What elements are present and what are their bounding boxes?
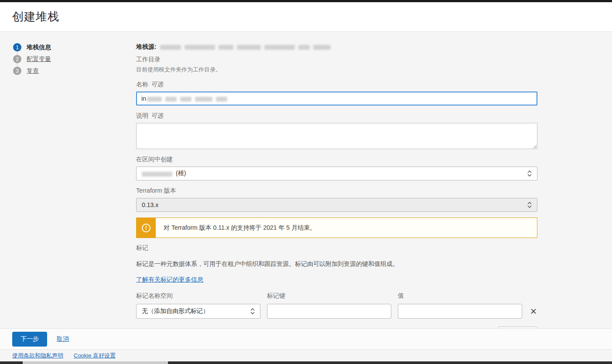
tag-key-column-label: 标记键: [267, 292, 391, 300]
page-title: 创建堆栈: [12, 9, 59, 24]
terraform-version-label-row: Terraform 版本: [136, 187, 537, 195]
compartment-root-suffix: (根): [176, 170, 186, 177]
stack-source-row: 堆栈源:: [136, 43, 537, 51]
tag-row: 无（添加自由形式标记） ✕: [136, 304, 537, 319]
terraform-support-warning-banner: ! 对 Terraform 版本 0.11.x 的支持将于 2021 年 5 月…: [136, 218, 537, 238]
terraform-version-select[interactable]: 0.13.x: [136, 198, 537, 212]
cancel-link[interactable]: 取消: [57, 335, 69, 343]
chevron-up-down-icon: [250, 308, 255, 314]
tag-value-input[interactable]: [398, 304, 522, 319]
stack-info-form: 堆栈源: 工作目录 目前使用根文件夹作为工作目录。 名称可选 in 说明可选 在…: [136, 32, 537, 340]
wizard-stepper: 1 堆栈信息 2 配置变量 3 复查: [13, 41, 51, 77]
next-button[interactable]: 下一步: [12, 332, 47, 347]
remove-tag-icon[interactable]: ✕: [530, 307, 537, 316]
tags-heading: 标记: [136, 244, 148, 251]
tag-column-headers: 标记名称空间 标记键 值: [136, 292, 537, 300]
working-directory-note: 目前使用根文件夹作为工作目录。: [136, 65, 537, 74]
working-directory-row: 工作目录: [136, 55, 537, 64]
warning-iconbox: !: [137, 218, 156, 238]
page-header: 创建堆栈: [0, 2, 612, 32]
name-label-row: 名称可选: [136, 80, 537, 88]
description-textarea[interactable]: [136, 123, 537, 149]
compartment-label-row: 在区间中创建: [136, 155, 537, 163]
compartment-label: 在区间中创建: [136, 156, 173, 163]
stepper-step-configure-variables[interactable]: 2 配置变量: [13, 53, 51, 65]
tag-value-column-label: 值: [398, 292, 522, 300]
window-bottom-edge: [0, 361, 612, 364]
name-optional-hint: 可选: [151, 81, 163, 88]
stepper-step-review[interactable]: 3 复查: [13, 65, 51, 77]
tags-learn-more-link[interactable]: 了解有关标记的更多信息: [136, 276, 203, 283]
description-optional-hint: 可选: [151, 112, 163, 119]
cookie-preferences-link[interactable]: Cookie 喜好设置: [74, 352, 116, 360]
tags-description: 标记是一种元数据体系，可用于在租户中组织和跟踪资源。标记由可以附加到资源的键和值…: [136, 260, 537, 268]
stack-source-label: 堆栈源:: [136, 43, 157, 51]
redacted-stack-source: [160, 43, 334, 51]
redacted-name-value: [147, 95, 231, 102]
name-label: 名称: [136, 81, 148, 88]
exclamation-circle-icon: !: [142, 224, 150, 232]
tag-namespace-select[interactable]: 无（添加自由形式标记）: [136, 304, 260, 319]
tags-heading-row: 标记: [136, 244, 537, 252]
tag-key-input[interactable]: [267, 304, 391, 319]
description-label: 说明: [136, 112, 148, 119]
step-3-label[interactable]: 复查: [27, 67, 39, 75]
step-2-label[interactable]: 配置变量: [27, 55, 51, 63]
terraform-version-label: Terraform 版本: [136, 187, 176, 194]
tags-link-row: 了解有关标记的更多信息: [136, 276, 537, 284]
compartment-select[interactable]: (根): [136, 167, 537, 180]
tag-namespace-value: 无（添加自由形式标记）: [142, 307, 209, 315]
terraform-version-value: 0.13.x: [142, 201, 158, 208]
name-input[interactable]: in: [136, 92, 537, 105]
terms-privacy-link[interactable]: 使用条款和隐私声明: [12, 352, 63, 360]
stepper-step-stack-info: 1 堆栈信息: [13, 41, 51, 53]
warning-text: 对 Terraform 版本 0.11.x 的支持将于 2021 年 5 月结束…: [156, 218, 316, 238]
step-1-badge: 1: [13, 43, 21, 51]
content-area: 1 堆栈信息 2 配置变量 3 复查 堆栈源: 工作目录 目前使用根文件夹作为工…: [0, 32, 612, 328]
horizontal-scrollbar-thumb[interactable]: [23, 361, 168, 364]
name-input-value-prefix: in: [141, 95, 146, 102]
page-footer: 使用条款和隐私声明 Cookie 喜好设置: [0, 349, 612, 361]
chevron-up-down-icon: [527, 202, 532, 208]
working-directory-label: 工作目录: [136, 56, 161, 63]
redacted-compartment-name: [142, 170, 176, 177]
step-3-badge: 3: [13, 67, 21, 75]
wizard-action-bar: 下一步 取消: [0, 328, 612, 349]
chevron-up-down-icon: [527, 170, 532, 177]
step-1-label: 堆栈信息: [27, 44, 51, 51]
step-2-badge: 2: [13, 55, 21, 63]
tag-namespace-column-label: 标记名称空间: [136, 292, 260, 300]
description-label-row: 说明可选: [136, 112, 537, 120]
